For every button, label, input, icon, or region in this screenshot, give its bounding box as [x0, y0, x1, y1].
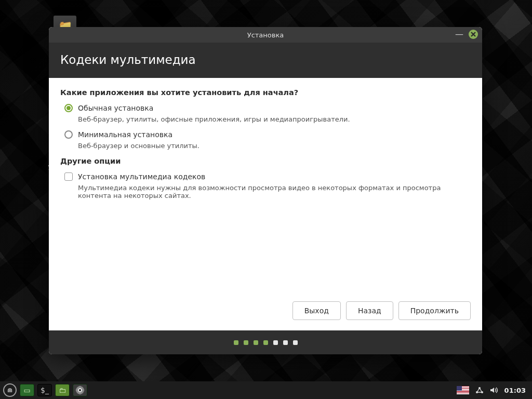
progress-dot	[283, 340, 288, 345]
quit-button[interactable]: Выход	[292, 301, 341, 320]
radio-icon	[64, 130, 73, 139]
start-menu-button[interactable]: ⋒	[3, 383, 17, 397]
progress-dot	[293, 340, 298, 345]
installer-window: Установка — Кодеки мультимедиа Какие при…	[49, 27, 482, 354]
progress-dot	[234, 340, 238, 345]
close-icon	[471, 32, 476, 37]
disc-icon	[75, 385, 85, 395]
volume-icon[interactable]	[490, 387, 498, 394]
taskbar-show-desktop[interactable]: ▭	[20, 384, 34, 396]
desktop-icon: ▭	[23, 386, 30, 394]
progress-dots	[49, 330, 482, 354]
radio-normal-install[interactable]: Обычная установка	[60, 104, 471, 112]
folder-icon: 🗀	[59, 386, 66, 394]
radio-minimal-install[interactable]: Минимальная установка	[60, 130, 471, 139]
taskbar-installer[interactable]	[73, 384, 87, 396]
radio-minimal-desc: Веб-браузер и основные утилиты.	[60, 142, 471, 150]
page-heading: Кодеки мультимедиа	[49, 43, 482, 78]
taskbar-clock[interactable]: 01:03	[504, 387, 526, 394]
titlebar[interactable]: Установка —	[49, 27, 482, 43]
minimize-button[interactable]: —	[455, 32, 463, 37]
window-title: Установка	[247, 31, 284, 39]
checkbox-label: Установка мультимедиа кодеков	[78, 172, 205, 181]
radio-label: Минимальная установка	[78, 130, 172, 139]
progress-dot	[244, 340, 248, 345]
taskbar-files[interactable]: 🗀	[55, 384, 70, 396]
taskbar-terminal[interactable]: $_	[37, 384, 52, 396]
radio-icon	[64, 104, 73, 112]
back-button[interactable]: Назад	[346, 301, 393, 320]
checkbox-install-codecs[interactable]: Установка мультимедиа кодеков	[60, 172, 471, 181]
continue-button[interactable]: Продолжить	[398, 301, 471, 320]
mint-logo-icon: ⋒	[7, 387, 12, 394]
close-button[interactable]	[469, 30, 478, 39]
radio-normal-desc: Веб-браузер, утилиты, офисные приложения…	[60, 115, 471, 123]
install-question: Какие приложения вы хотите установить дл…	[60, 88, 471, 97]
checkbox-icon	[64, 172, 73, 181]
keyboard-layout-us[interactable]	[457, 386, 469, 394]
progress-dot	[273, 340, 278, 345]
taskbar: ⋒ ▭ $_ 🗀 01:03	[0, 381, 532, 399]
progress-dot	[263, 340, 268, 345]
terminal-icon: $_	[41, 386, 49, 394]
progress-dot	[254, 340, 258, 345]
radio-label: Обычная установка	[78, 104, 153, 112]
other-options-title: Другие опции	[60, 157, 471, 165]
installer-content: Какие приложения вы хотите установить дл…	[49, 78, 482, 294]
network-icon[interactable]	[475, 387, 484, 394]
button-row: Выход Назад Продолжить	[49, 294, 482, 330]
checkbox-codecs-desc: Мультимедиа кодеки нужны для возможности…	[60, 184, 471, 200]
